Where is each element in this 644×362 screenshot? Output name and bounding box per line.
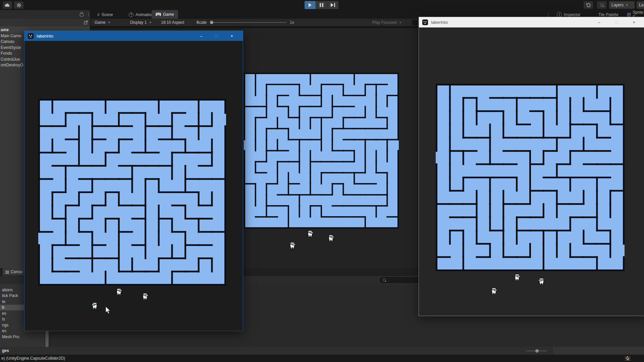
minimize-button[interactable]: – <box>592 17 606 27</box>
player-sprite <box>115 288 122 296</box>
hierarchy-subheader <box>0 19 90 26</box>
aspect-label: 16:10 Aspect <box>161 20 184 25</box>
cloud-button[interactable] <box>3 1 12 9</box>
mouse-cursor <box>105 306 111 315</box>
player-sprite <box>307 230 314 238</box>
scale-slider[interactable] <box>211 22 286 23</box>
settings-button[interactable] <box>14 1 23 9</box>
window-titlebar[interactable]: laberinto – □ × <box>419 17 644 27</box>
scale-label: Scale <box>195 19 209 25</box>
scale-slider-knob[interactable] <box>210 21 213 24</box>
project-folder-item[interactable]: Mesh Pro <box>0 334 45 340</box>
maze-center <box>244 73 399 229</box>
scene-grid-icon: # <box>97 12 100 17</box>
close-button[interactable]: × <box>225 31 239 41</box>
maximize-button[interactable]: □ <box>609 17 624 27</box>
player-sprite <box>490 287 497 295</box>
clock-icon <box>129 12 133 17</box>
search-icon <box>600 4 603 7</box>
window-title: laberinto <box>431 20 448 25</box>
status-bar[interactable]: e) (UnityEngine.CapsuleCollider2D) <box>0 355 644 362</box>
game-window-active[interactable]: laberinto – □ × <box>24 31 243 331</box>
chevron-down-icon: ▼ <box>108 21 111 24</box>
pause-icon <box>320 3 323 7</box>
maze-right <box>436 84 625 271</box>
game-mode-label: Game <box>95 20 106 25</box>
tab-scene[interactable]: # Scene <box>93 10 117 19</box>
search-icon <box>383 279 386 282</box>
player-sprite <box>514 274 521 281</box>
popout-icon[interactable] <box>84 20 88 24</box>
window-titlebar[interactable]: laberinto – □ × <box>24 31 243 41</box>
play-controls <box>305 1 338 9</box>
undo-history-button[interactable] <box>584 1 593 9</box>
gear-icon <box>16 3 21 8</box>
top-toolbar: Layers ▼ La <box>0 0 644 10</box>
tab-scene-label: Scene <box>102 12 113 17</box>
app-icon <box>422 19 428 25</box>
player-sprite <box>538 278 545 285</box>
hierarchy-item[interactable]: Main Came <box>1 33 21 39</box>
hierarchy-item[interactable]: ControlJue <box>1 56 20 62</box>
search-button[interactable] <box>597 1 606 9</box>
scale-value: 1x <box>288 19 296 25</box>
layers-label: Layers <box>611 3 624 7</box>
player-sprite <box>142 293 149 300</box>
history-icon <box>586 3 591 8</box>
tab-tile-palette-label: Tile Palette <box>598 12 619 17</box>
app-icon <box>28 33 34 39</box>
player-sprite <box>289 242 296 249</box>
tab-inspector-label: Inspector <box>564 12 580 17</box>
lock-icon[interactable] <box>80 13 84 16</box>
step-button[interactable] <box>327 1 338 9</box>
player-sprite <box>91 302 98 310</box>
display-label: Display 1 <box>130 20 147 25</box>
play-icon <box>309 3 312 7</box>
inspector-kebab-icon[interactable]: ⋮ <box>546 12 550 17</box>
tab-animation-label: Animation <box>136 12 153 17</box>
debugger-bug-icon[interactable] <box>625 356 631 361</box>
letterbox-strip <box>91 26 422 28</box>
play-focused-label: Play Focused <box>372 20 397 25</box>
display-dropdown[interactable]: Display 1 ▼ <box>128 19 154 25</box>
play-focused-dropdown[interactable]: Play Focused ▼ <box>370 19 404 25</box>
gizmos-debug-icon[interactable] <box>412 20 418 25</box>
close-button[interactable]: × <box>627 17 641 27</box>
tab-game[interactable]: Game <box>152 10 178 19</box>
play-button[interactable] <box>305 1 316 9</box>
project-footer-bar: ges <box>0 347 644 355</box>
player-sprite <box>327 234 334 242</box>
layout-label: La <box>639 3 643 7</box>
layout-dropdown[interactable]: La <box>637 1 644 9</box>
pause-button[interactable] <box>316 1 327 9</box>
gamepad-icon <box>156 13 161 16</box>
footer-right-section <box>552 347 644 355</box>
chevron-down-icon: ▼ <box>149 21 152 24</box>
tab-game-label: Game <box>163 12 174 17</box>
sprite-editor-icon <box>627 12 631 17</box>
thumbnail-zoom-knob[interactable] <box>535 349 539 353</box>
console-icon <box>5 270 9 274</box>
maximize-button[interactable]: □ <box>209 31 223 41</box>
cloud-icon <box>5 3 10 7</box>
status-message: e) (UnityEngine.CapsuleCollider2D) <box>1 356 65 361</box>
step-icon <box>331 3 333 7</box>
game-mode-dropdown[interactable]: Game ▼ <box>93 19 113 25</box>
chevron-down-icon: ▼ <box>626 4 628 7</box>
game-window-inactive[interactable]: laberinto – □ × <box>419 17 644 316</box>
hierarchy-item[interactable]: EventSyste <box>1 45 21 50</box>
hierarchy-item[interactable]: Canvas <box>1 39 14 45</box>
window-title: laberinto <box>37 34 53 39</box>
minimize-button[interactable]: – <box>194 31 208 41</box>
layers-dropdown[interactable]: Layers ▼ <box>609 1 635 9</box>
info-icon: i <box>557 12 562 17</box>
hierarchy-item[interactable]: ontDestroyO <box>1 62 23 68</box>
chevron-down-icon: ▼ <box>399 21 402 24</box>
scene-name-label: ame <box>1 27 9 32</box>
hierarchy-panel-header: ⋮ <box>0 10 90 19</box>
tab-console-label: Conso <box>11 269 22 274</box>
hierarchy-item[interactable]: Fondo <box>1 51 12 56</box>
unity-editor: Layers ▼ La ⋮ # Scene Animation Game ⋮ i… <box>0 0 644 362</box>
packages-section-label: ges <box>2 348 9 353</box>
maze-left <box>38 99 226 286</box>
